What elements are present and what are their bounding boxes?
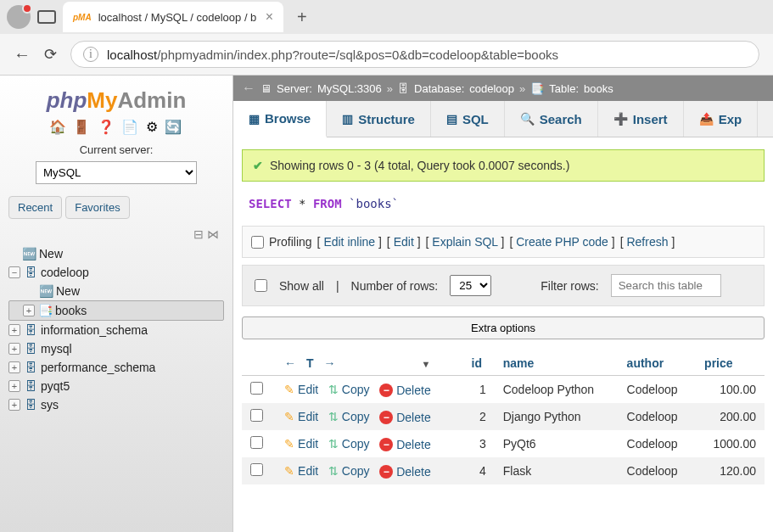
docs-icon[interactable]: ❓ (98, 120, 116, 134)
database-icon: 🗄 (24, 342, 37, 356)
row-delete-link[interactable]: − Delete (379, 411, 430, 424)
refresh-button[interactable]: ⟳ (44, 45, 57, 64)
phpmyadmin-logo[interactable]: phpMyAdmin (8, 87, 224, 114)
row-checkbox[interactable] (250, 382, 263, 395)
delete-icon: − (379, 465, 393, 479)
row-copy-link[interactable]: Copy (328, 410, 370, 423)
th-id[interactable]: id (463, 351, 495, 376)
address-bar[interactable]: i localhost/phpmyadmin/index.php?route=/… (70, 41, 759, 68)
cell-id: 1 (463, 376, 495, 404)
th-price[interactable]: price (696, 351, 765, 376)
tree-db-mysql[interactable]: +🗄mysql (8, 339, 224, 358)
bc-table-link[interactable]: books (584, 82, 613, 95)
row-checkbox[interactable] (250, 436, 263, 449)
filter-rows-input[interactable] (611, 274, 721, 297)
nav-browse[interactable]: ▦Browse (233, 101, 327, 137)
row-copy-link[interactable]: Copy (328, 464, 370, 478)
extra-options-button[interactable]: Extra options (242, 316, 765, 339)
row-edit-link[interactable]: Edit (284, 437, 318, 451)
tree-db-codeloop[interactable]: −🗄codeloop (8, 263, 224, 282)
row-edit-link[interactable]: Edit (284, 410, 318, 423)
table-icon: 📑 (530, 82, 544, 95)
new-icon: 🆕 (22, 247, 36, 260)
tree-db-sys[interactable]: +🗄sys (8, 395, 224, 414)
structure-icon: ▥ (342, 112, 353, 126)
nav-insert[interactable]: ➕Insert (598, 101, 684, 137)
tab-bar: pMA localhost / MySQL / codeloop / b × + (0, 0, 773, 34)
cell-id: 2 (463, 403, 495, 430)
row-delete-link[interactable]: − Delete (379, 384, 430, 397)
collapse-icon[interactable]: − (8, 266, 20, 278)
edit-inline-link[interactable]: Edit inline (323, 235, 375, 249)
reload-icon[interactable]: 🔄 (165, 120, 183, 134)
delete-icon: − (379, 384, 393, 397)
app: phpMyAdmin 🏠 🚪 ❓ 📄 ⚙ 🔄 Current server: M… (0, 76, 773, 532)
back-button[interactable]: ← (14, 45, 31, 64)
num-rows-select[interactable]: 25 (450, 275, 491, 296)
search-icon: 🔍 (520, 112, 535, 126)
site-info-icon[interactable]: i (83, 47, 98, 62)
th-tools[interactable]: ← T → (276, 351, 412, 376)
address-bar-row: ← ⟳ i localhost/phpmyadmin/index.php?rou… (0, 34, 773, 75)
expand-icon[interactable]: + (8, 361, 20, 373)
edit-link[interactable]: Edit (394, 235, 414, 249)
main-content: ← 🖥 Server: MySQL:3306 » 🗄 Database: cod… (233, 76, 773, 532)
row-delete-link[interactable]: − Delete (379, 465, 430, 479)
check-icon: ✔ (253, 159, 263, 172)
sql-icon[interactable]: 📄 (121, 120, 140, 134)
tree-new-db[interactable]: 🆕New (8, 244, 224, 263)
nav-structure[interactable]: ▥Structure (327, 101, 431, 137)
expand-icon[interactable]: + (8, 399, 20, 411)
row-edit-link[interactable]: Edit (284, 383, 318, 396)
tree-new-table[interactable]: 🆕New (8, 282, 224, 300)
refresh-link[interactable]: Refresh (626, 235, 668, 249)
nav-search[interactable]: 🔍Search (505, 101, 598, 137)
show-all-checkbox[interactable] (255, 279, 267, 292)
home-icon[interactable]: 🏠 (49, 120, 68, 134)
tree-table-books[interactable]: +📑books (8, 300, 224, 321)
cell-name: PyQt6 (495, 430, 619, 457)
profile-icon[interactable] (7, 5, 31, 29)
th-author[interactable]: author (619, 351, 697, 376)
row-delete-link[interactable]: − Delete (379, 438, 430, 451)
browse-icon: ▦ (249, 112, 260, 126)
nav-export[interactable]: 📤Exp (684, 101, 759, 137)
row-copy-link[interactable]: Copy (328, 437, 370, 451)
nav-sql[interactable]: ▤SQL (431, 101, 505, 137)
bc-db-link[interactable]: codeloop (469, 82, 514, 95)
logout-icon[interactable]: 🚪 (73, 120, 92, 134)
row-copy-link[interactable]: Copy (328, 383, 370, 396)
close-tab-icon[interactable]: × (266, 9, 273, 25)
th-name[interactable]: name (495, 351, 619, 376)
expand-icon[interactable]: + (23, 305, 35, 316)
explain-sql-link[interactable]: Explain SQL (432, 235, 497, 249)
expand-icon[interactable]: + (8, 324, 20, 336)
sidebar-toolbar: 🏠 🚪 ❓ 📄 ⚙ 🔄 (8, 119, 224, 135)
delete-icon: − (379, 438, 393, 451)
tree-collapse-controls[interactable]: ⊟ ⋈ (8, 227, 224, 241)
create-php-link[interactable]: Create PHP code (516, 235, 608, 249)
tree-db-information-schema[interactable]: +🗄information_schema (8, 321, 224, 339)
tree-db-pyqt5[interactable]: +🗄pyqt5 (8, 377, 224, 395)
cell-name: Codeloop Python (495, 376, 619, 404)
tab-recent[interactable]: Recent (8, 196, 62, 219)
sidebar: phpMyAdmin 🏠 🚪 ❓ 📄 ⚙ 🔄 Current server: M… (0, 76, 233, 532)
tree-db-performance-schema[interactable]: +🗄performance_schema (8, 358, 224, 377)
window-list-icon[interactable] (37, 10, 56, 24)
settings-icon[interactable]: ⚙ (146, 120, 160, 134)
bc-server-link[interactable]: MySQL:3306 (317, 82, 382, 95)
profiling-checkbox[interactable] (251, 236, 264, 249)
tab-favorites[interactable]: Favorites (65, 196, 129, 219)
database-icon: 🗄 (24, 361, 37, 374)
row-edit-link[interactable]: Edit (284, 464, 318, 478)
server-select[interactable]: MySQL (36, 161, 197, 184)
expand-icon[interactable]: + (8, 343, 20, 355)
row-checkbox[interactable] (250, 409, 263, 422)
cell-id: 3 (463, 430, 495, 457)
breadcrumb-back-icon[interactable]: ← (242, 81, 255, 96)
new-tab-button[interactable]: + (290, 8, 314, 27)
cell-name: Django Python (495, 403, 619, 430)
row-checkbox[interactable] (250, 463, 263, 476)
expand-icon[interactable]: + (8, 380, 20, 392)
browser-tab-active[interactable]: pMA localhost / MySQL / codeloop / b × (63, 2, 283, 32)
